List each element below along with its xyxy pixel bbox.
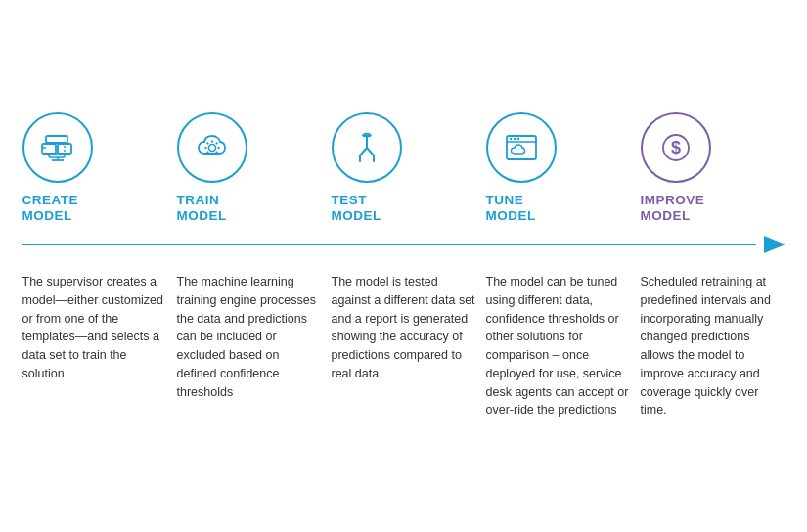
svg-point-25 bbox=[513, 138, 515, 140]
svg-line-15 bbox=[215, 152, 216, 153]
tune-model-icon-circle bbox=[486, 112, 557, 183]
improve-model-icon-circle: $ bbox=[641, 112, 711, 183]
svg-line-17 bbox=[206, 152, 207, 153]
svg-point-26 bbox=[516, 138, 518, 140]
test-model-label: TESTMODEL bbox=[332, 193, 381, 224]
svg-point-4 bbox=[64, 150, 66, 152]
tune-model-icon bbox=[500, 126, 543, 169]
step-test-model: TESTMODEL bbox=[332, 112, 476, 224]
test-model-icon bbox=[345, 126, 388, 169]
arrow-line bbox=[22, 244, 756, 245]
svg-rect-2 bbox=[46, 136, 67, 143]
test-model-desc: The model is tested against a different … bbox=[332, 273, 476, 383]
svg-line-16 bbox=[215, 143, 216, 144]
train-model-desc: The machine learning training engine pro… bbox=[177, 273, 322, 401]
train-model-label: TRAINMODEL bbox=[177, 193, 227, 224]
tune-model-label: TUNEMODEL bbox=[486, 193, 536, 224]
step-train-model: TRAINMODEL bbox=[177, 112, 322, 224]
train-model-icon-circle bbox=[177, 112, 247, 183]
arrow-head bbox=[764, 236, 785, 253]
svg-point-24 bbox=[509, 138, 511, 140]
test-model-icon-circle bbox=[332, 112, 402, 183]
step-improve-model: $ IMPROVEMODEL bbox=[641, 112, 785, 224]
svg-rect-6 bbox=[49, 154, 65, 157]
svg-text:$: $ bbox=[670, 138, 680, 157]
svg-point-9 bbox=[208, 144, 215, 151]
improve-model-label: IMPROVEMODEL bbox=[641, 193, 705, 224]
create-model-desc: The supervisor creates a model—either cu… bbox=[22, 273, 167, 383]
train-model-icon bbox=[191, 126, 234, 169]
step-create-model: CREATEMODEL bbox=[22, 112, 167, 224]
create-model-icon-circle bbox=[22, 112, 93, 183]
step-tune-model: TUNEMODEL bbox=[486, 112, 631, 224]
arrow-row bbox=[22, 234, 785, 255]
svg-point-3 bbox=[64, 146, 66, 148]
create-model-icon bbox=[36, 126, 79, 169]
svg-line-14 bbox=[206, 143, 207, 144]
svg-rect-1 bbox=[58, 144, 71, 154]
improve-model-icon: $ bbox=[654, 126, 697, 169]
steps-icons-row: CREATEMODEL TR bbox=[22, 112, 785, 224]
svg-rect-0 bbox=[42, 144, 56, 154]
improve-model-desc: Scheduled retraining at predefined inter… bbox=[641, 273, 785, 420]
main-container: CREATEMODEL TR bbox=[13, 93, 795, 439]
create-model-label: CREATEMODEL bbox=[22, 193, 79, 224]
tune-model-desc: The model can be tuned using different d… bbox=[486, 273, 631, 420]
descriptions-row: The supervisor creates a model—either cu… bbox=[22, 273, 785, 420]
